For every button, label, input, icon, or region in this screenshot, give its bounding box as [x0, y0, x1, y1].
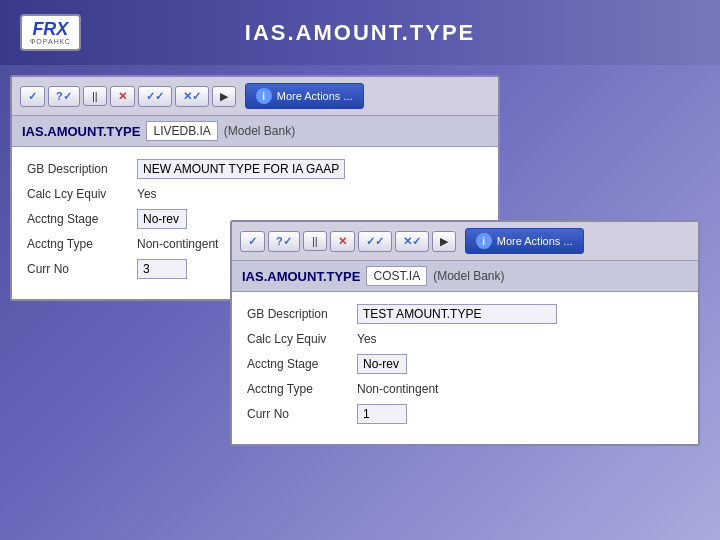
- pause-button-1[interactable]: ||: [83, 86, 107, 106]
- header: FRX ФОРАНКС IAS.AMOUNT.TYPE: [0, 0, 720, 65]
- x-all-button-1[interactable]: ✕✓: [175, 86, 209, 107]
- form-row-stage-2: Acctng Stage No-rev: [247, 354, 683, 374]
- record-desc-1: (Model Bank): [224, 124, 295, 138]
- confirm2-button-2[interactable]: ?✓: [268, 231, 300, 252]
- calc-lcy-label-2: Calc Lcy Equiv: [247, 332, 357, 346]
- curr-no-label-2: Curr No: [247, 407, 357, 421]
- curr-no-value-1: 3: [137, 259, 187, 279]
- form-row-curr-2: Curr No 1: [247, 404, 683, 424]
- acctng-stage-value-1: No-rev: [137, 209, 187, 229]
- record-id-2: COST.IA: [366, 266, 427, 286]
- form-row-calc-1: Calc Lcy Equiv Yes: [27, 187, 483, 201]
- logo-fnx-text: FRX: [32, 20, 68, 38]
- record-id-1: LIVEDB.IA: [146, 121, 217, 141]
- confirm-button-1[interactable]: ✓: [20, 86, 45, 107]
- acctng-type-label-2: Acctng Type: [247, 382, 357, 396]
- arrow-button-2[interactable]: ▶: [432, 231, 456, 252]
- more-actions-icon-2: i: [476, 233, 492, 249]
- more-actions-button-1[interactable]: i More Actions ...: [245, 83, 364, 109]
- cancel-button-1[interactable]: ✕: [110, 86, 135, 107]
- gb-desc-label-2: GB Description: [247, 307, 357, 321]
- form-row-gb-1: GB Description NEW AMOUNT TYPE FOR IA GA…: [27, 159, 483, 179]
- acctng-stage-label-2: Acctng Stage: [247, 357, 357, 371]
- record-type-2: IAS.AMOUNT.TYPE: [242, 269, 360, 284]
- form-row-gb-2: GB Description TEST AMOUNT.TYPE: [247, 304, 683, 324]
- more-actions-label-1: More Actions ...: [277, 90, 353, 102]
- calc-lcy-label-1: Calc Lcy Equiv: [27, 187, 137, 201]
- curr-no-value-2: 1: [357, 404, 407, 424]
- title-bar-1: IAS.AMOUNT.TYPE LIVEDB.IA (Model Bank): [12, 116, 498, 147]
- confirm2-button-1[interactable]: ?✓: [48, 86, 80, 107]
- title-bar-2: IAS.AMOUNT.TYPE COST.IA (Model Bank): [232, 261, 698, 292]
- acctng-stage-value-2: No-rev: [357, 354, 407, 374]
- acctng-type-value-1: Non-contingent: [137, 237, 218, 251]
- pause-button-2[interactable]: ||: [303, 231, 327, 251]
- x-all-button-2[interactable]: ✕✓: [395, 231, 429, 252]
- record-type-1: IAS.AMOUNT.TYPE: [22, 124, 140, 139]
- curr-no-label-1: Curr No: [27, 262, 137, 276]
- page-title: IAS.AMOUNT.TYPE: [245, 20, 475, 46]
- more-actions-icon-1: i: [256, 88, 272, 104]
- acctng-type-label-1: Acctng Type: [27, 237, 137, 251]
- toolbar-2: ✓ ?✓ || ✕ ✓✓ ✕✓ ▶ i More Actions ...: [232, 222, 698, 261]
- cancel-button-2[interactable]: ✕: [330, 231, 355, 252]
- form-content-2: GB Description TEST AMOUNT.TYPE Calc Lcy…: [232, 292, 698, 444]
- toolbar-1: ✓ ?✓ || ✕ ✓✓ ✕✓ ▶ i More Actions ...: [12, 77, 498, 116]
- gb-desc-label-1: GB Description: [27, 162, 137, 176]
- check-all-button-2[interactable]: ✓✓: [358, 231, 392, 252]
- arrow-button-1[interactable]: ▶: [212, 86, 236, 107]
- check-all-button-1[interactable]: ✓✓: [138, 86, 172, 107]
- acctng-type-value-2: Non-contingent: [357, 382, 438, 396]
- gb-desc-value-2: TEST AMOUNT.TYPE: [357, 304, 557, 324]
- logo-box: FRX ФОРАНКС: [20, 14, 81, 51]
- confirm-button-2[interactable]: ✓: [240, 231, 265, 252]
- more-actions-button-2[interactable]: i More Actions ...: [465, 228, 584, 254]
- calc-lcy-value-2: Yes: [357, 332, 377, 346]
- gb-desc-value-1: NEW AMOUNT TYPE FOR IA GAAP: [137, 159, 345, 179]
- window-panel-2: ✓ ?✓ || ✕ ✓✓ ✕✓ ▶ i More Actions ... IAS…: [230, 220, 700, 446]
- calc-lcy-value-1: Yes: [137, 187, 157, 201]
- more-actions-label-2: More Actions ...: [497, 235, 573, 247]
- main-content: ✓ ?✓ || ✕ ✓✓ ✕✓ ▶ i More Actions ... IAS…: [0, 65, 720, 540]
- form-row-type-2: Acctng Type Non-contingent: [247, 382, 683, 396]
- record-desc-2: (Model Bank): [433, 269, 504, 283]
- acctng-stage-label-1: Acctng Stage: [27, 212, 137, 226]
- form-row-calc-2: Calc Lcy Equiv Yes: [247, 332, 683, 346]
- logo-cyrillic-text: ФОРАНКС: [30, 38, 71, 45]
